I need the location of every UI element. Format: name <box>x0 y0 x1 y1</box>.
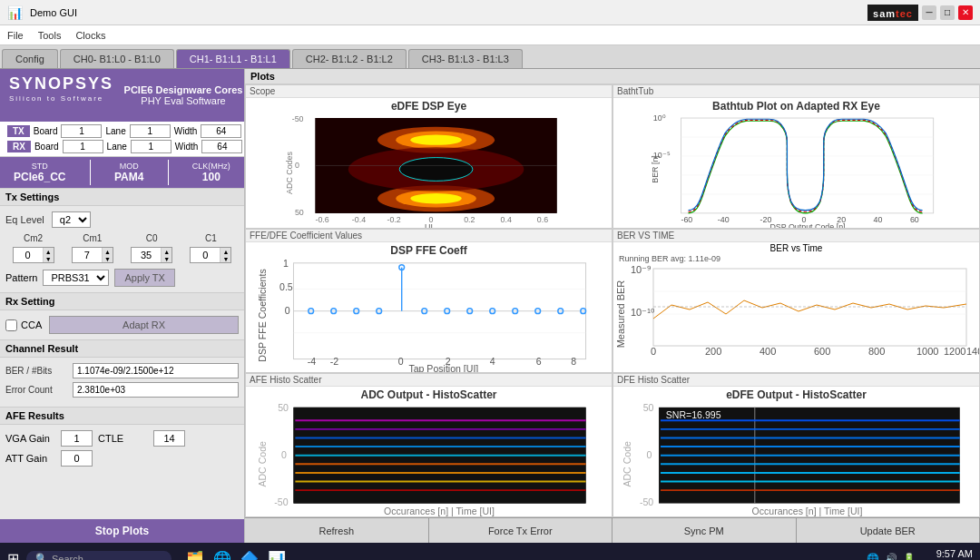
rx-settings-title: Rx Setting <box>0 292 244 310</box>
app1-icon[interactable]: 🔷 <box>240 550 259 560</box>
eq-level-label: Eq Level <box>5 214 44 225</box>
pattern-select[interactable]: PRBS31 <box>43 270 109 286</box>
search-input[interactable] <box>52 554 142 561</box>
channel-io: TX Board 1 Lane 1 Width 64 RX Board 1 La… <box>0 122 264 156</box>
scope-svg: -50 0 50 ADC Codes -0.6 -0.4 -0.2 0 0.2 … <box>246 114 612 228</box>
svg-text:10⁻¹⁰: 10⁻¹⁰ <box>631 307 655 318</box>
svg-text:-40: -40 <box>718 215 730 224</box>
main-content: SYNOPSYS Silicon to Software PCIE6 Desig… <box>0 69 980 543</box>
sync-pm-button[interactable]: Sync PM <box>612 518 797 543</box>
svg-text:10⁰: 10⁰ <box>653 114 666 123</box>
svg-text:600: 600 <box>814 346 830 357</box>
rx-width-val: 64 <box>201 140 242 153</box>
refresh-button[interactable]: Refresh <box>245 518 429 543</box>
svg-text:Tap Position [UI]: Tap Position [UI] <box>408 363 478 372</box>
c0-down[interactable]: ▼ <box>161 255 172 262</box>
afe-histo-plot-title: ADC Output - HistoScatter <box>246 387 612 403</box>
ffe-subtitle: FFE/DFE Coefficient Values <box>246 230 612 242</box>
sound-icon: 🔊 <box>885 553 897 560</box>
c1-input[interactable] <box>191 249 220 261</box>
std-value: PCIe6_CC <box>14 171 65 183</box>
tx-label: TX <box>7 125 30 137</box>
svg-text:Occurances [n]  |  Time [UI]: Occurances [n] | Time [UI] <box>384 506 495 516</box>
svg-text:8: 8 <box>571 356 576 367</box>
tx-width-val: 64 <box>201 124 241 138</box>
c1-down[interactable]: ▼ <box>220 255 230 262</box>
minimize-button[interactable]: ─ <box>922 5 936 20</box>
browser-icon[interactable]: 🌐 <box>213 550 231 560</box>
dfe-histo-plot-cell: DFE Histo Scatter eDFE Output - HistoSca… <box>612 373 980 517</box>
c0-input-wrap: ▲ ▼ <box>131 247 172 263</box>
att-value: 0 <box>61 450 93 467</box>
cm1-input[interactable] <box>73 249 102 261</box>
tab-ch2[interactable]: CH2- B1:L2 - B1:L2 <box>292 49 407 68</box>
ffe-plot-title: DSP FFE Coeff <box>246 242 612 259</box>
tab-bar: Config CH0- B1:L0 - B1:L0 CH1- B1:L1 - B… <box>0 45 980 69</box>
apply-tx-button[interactable]: Apply TX <box>114 269 174 287</box>
cca-checkbox[interactable] <box>5 319 17 331</box>
bathtub-plot-cell: BathtTub Bathtub Plot on Adapted RX Eye <box>612 84 980 229</box>
svg-text:6: 6 <box>536 356 542 367</box>
rx-label: RX <box>7 141 31 152</box>
svg-text:0.2: 0.2 <box>464 215 475 224</box>
cm2-down[interactable]: ▼ <box>43 255 54 262</box>
tab-ch0[interactable]: CH0- B1:L0 - B1:L0 <box>60 49 174 68</box>
std-label: STD <box>32 162 48 171</box>
svg-text:ADC Codes: ADC Codes <box>285 152 294 194</box>
lane-label: Lane <box>105 126 125 136</box>
svg-text:-0.4: -0.4 <box>352 215 366 224</box>
update-ber-button[interactable]: Update BER <box>797 518 981 543</box>
svg-text:Occurances [n]  |  Time [UI]: Occurances [n] | Time [UI] <box>752 506 863 516</box>
svg-text:0: 0 <box>281 449 287 460</box>
menu-tools[interactable]: Tools <box>38 30 62 41</box>
cm2-up[interactable]: ▲ <box>43 248 54 255</box>
maximize-button[interactable]: □ <box>940 5 955 20</box>
stop-plots-button[interactable]: Stop Plots <box>0 519 244 543</box>
cm2-input[interactable] <box>14 249 43 261</box>
plots-area: Plots Scope eDFE DSP Eye <box>245 69 980 543</box>
afe-histo-subtitle: AFE Histo Scatter <box>246 374 612 387</box>
svg-text:Measured BER: Measured BER <box>615 280 626 349</box>
tab-ch3[interactable]: CH3- B1:L3 - B1:L3 <box>408 49 523 68</box>
cm2-input-wrap: ▲ ▼ <box>13 247 54 263</box>
c1-up[interactable]: ▲ <box>220 248 230 255</box>
dfe-histo-plot-title: eDFE Output - HistoScatter <box>613 387 979 403</box>
search-icon: 🔍 <box>35 553 48 560</box>
explorer-icon[interactable]: 🗂️ <box>186 550 204 560</box>
menu-clocks[interactable]: Clocks <box>75 30 105 41</box>
battery-icon: 🔋 <box>903 553 916 560</box>
tx-lane-val: 1 <box>130 124 171 138</box>
bathtub-subtitle: BathtTub <box>613 85 979 98</box>
cm1-up[interactable]: ▲ <box>102 248 113 255</box>
divider2 <box>168 160 169 185</box>
synopsys-logo: SYNOPSYS Silicon to Software <box>0 69 122 122</box>
c0-label: C0 <box>124 233 180 243</box>
svg-text:-4: -4 <box>308 356 317 367</box>
cm1-input-wrap: ▲ ▼ <box>72 247 113 263</box>
eq-level-select[interactable]: q2q1q3 <box>52 211 91 228</box>
vga-label: VGA Gain <box>5 433 55 444</box>
left-panel: SYNOPSYS Silicon to Software PCIE6 Desig… <box>0 69 245 543</box>
network-icon: 🌐 <box>867 553 879 560</box>
tab-ch1[interactable]: CH1- B1:L1 - B1:L1 <box>176 49 290 68</box>
bathtub-svg: 10⁰ 10⁻⁵ BER [n] -60 -40 -20 0 20 40 60 … <box>613 114 979 228</box>
dfe-snr-label: SNR=16.995 <box>666 409 721 420</box>
start-button[interactable]: ⊞ <box>7 550 19 560</box>
svg-text:1400: 1400 <box>966 346 979 357</box>
close-button[interactable]: ✕ <box>958 5 973 20</box>
menu-file[interactable]: File <box>7 30 24 41</box>
plots-title: Plots <box>245 69 980 84</box>
app2-icon[interactable]: 📊 <box>268 550 286 560</box>
c0-up[interactable]: ▲ <box>161 248 172 255</box>
c0-input[interactable] <box>132 249 161 261</box>
ffe-plot-cell: FFE/DFE Coefficient Values DSP FFE Coeff <box>245 229 612 373</box>
tab-config[interactable]: Config <box>2 49 58 68</box>
force-tx-error-button[interactable]: Force Tx Error <box>429 518 613 543</box>
svg-text:50: 50 <box>643 403 654 413</box>
svg-text:DSP FFE Coefficients: DSP FFE Coefficients <box>257 269 268 361</box>
svg-text:60: 60 <box>910 215 919 224</box>
ber-value: 1.1074e-09/2.1500e+12 <box>73 363 239 378</box>
cm1-down[interactable]: ▼ <box>102 255 113 262</box>
adapt-rx-button[interactable]: Adapt RX <box>49 316 239 334</box>
bottom-toolbar: Refresh Force Tx Error Sync PM Update BE… <box>245 517 980 543</box>
